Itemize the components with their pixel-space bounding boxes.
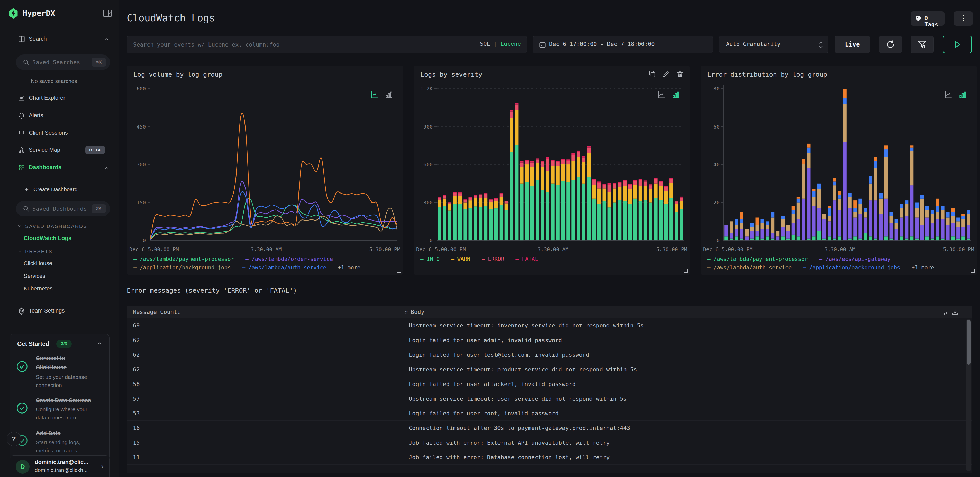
column-drag-icon[interactable]: ⠿ <box>404 309 408 315</box>
chevron-down-icon <box>17 224 22 229</box>
error-distribution-chart[interactable]: 806040200Dec 6 5:00:00 PM3:30:00 AM5:30:… <box>700 76 977 253</box>
sidebar-item-search[interactable]: Search <box>0 33 119 45</box>
user-email: dominic.tran@clickh... <box>35 467 88 473</box>
saved-dashboards-group[interactable]: SAVED DASHBOARDS <box>25 224 87 229</box>
chevron-up-icon[interactable] <box>104 165 110 171</box>
download-icon[interactable] <box>951 308 959 316</box>
sidebar-link-clickhouse[interactable]: ClickHouse <box>24 260 52 267</box>
user-name: dominic.tran@clic... <box>35 459 88 466</box>
body-cell: Login failed for user test@test.com, inv… <box>409 347 589 362</box>
svg-text:600: 600 <box>423 161 433 168</box>
line-chart-toggle-icon[interactable] <box>657 90 666 99</box>
body-cell: Connection timeout after 30s to payment-… <box>409 421 630 436</box>
saved-dashboards-field[interactable] <box>32 201 89 216</box>
sidebar-link-services[interactable]: Services <box>24 273 45 279</box>
panel-menu-button[interactable]: ⋮ <box>954 11 973 26</box>
live-button[interactable]: Live <box>835 36 870 53</box>
chevron-right-icon: › <box>101 462 103 471</box>
saved-dashboards-input[interactable]: ⌘K <box>16 201 110 216</box>
line-chart-toggle-icon[interactable] <box>944 90 953 99</box>
logs-by-severity-chart[interactable]: 1.2K9006003000Dec 6 5:00:00 PM3:30:00 AM… <box>414 76 690 253</box>
wrap-text-icon[interactable] <box>940 308 947 316</box>
gs-item-title[interactable]: Add Data <box>36 430 60 437</box>
chevron-down-icon <box>17 249 22 254</box>
chevron-up-icon[interactable] <box>96 340 103 347</box>
sidebar-item-service-map[interactable]: Service Map BETA <box>0 145 119 156</box>
divider <box>0 177 119 177</box>
create-dashboard-button[interactable]: + Create Dashboard <box>0 184 119 195</box>
lucene-toggle[interactable]: Lucene <box>501 41 521 47</box>
refresh-button[interactable] <box>879 36 902 53</box>
body-cell: Job failed with error: Database connecti… <box>409 450 609 465</box>
event-search-bar[interactable]: SQL | Lucene <box>127 36 527 53</box>
svg-text:60: 60 <box>713 124 719 130</box>
sidebar-item-team-settings[interactable]: Team Settings <box>0 305 119 316</box>
panel-resize-handle[interactable] <box>971 269 975 273</box>
date-range-picker[interactable]: Dec 6 17:00:00 - Dec 7 18:00:00 <box>533 36 713 53</box>
svg-text:40: 40 <box>713 161 719 168</box>
body-cell: Login failed for user root, invalid pass… <box>409 406 558 421</box>
column-header-body[interactable]: ⠿Body <box>404 308 425 315</box>
gs-item-title[interactable]: Connect to <box>36 355 65 362</box>
scrollbar-thumb[interactable] <box>967 320 971 365</box>
log-volume-chart[interactable]: 6004503001500Dec 6 5:00:00 PM3:30:00 AM5… <box>127 76 403 253</box>
saved-searches-field[interactable] <box>32 54 89 70</box>
user-account-card[interactable]: D dominic.tran@clic... dominic.tran@clic… <box>10 455 110 477</box>
no-saved-searches-text: No saved searches <box>31 78 77 84</box>
run-query-button[interactable] <box>943 36 972 53</box>
calendar-icon <box>539 41 546 48</box>
line-chart-toggle-icon[interactable] <box>370 90 379 99</box>
plus-icon: + <box>25 185 29 193</box>
panel-resize-handle[interactable] <box>684 269 688 273</box>
presets-group[interactable]: PRESETS <box>25 249 52 254</box>
table-row[interactable]: 69Upstream service timeout: inventory-se… <box>127 318 972 333</box>
table-row[interactable]: 16Connection timeout after 30s to paymen… <box>127 421 972 436</box>
check-circle-icon <box>16 361 28 372</box>
sidebar-item-dashboards[interactable]: Dashboards <box>0 162 119 173</box>
table-header: Message Count↓ ⠿Body <box>127 306 972 318</box>
table-row[interactable]: 15Job failed with error: External API un… <box>127 436 972 450</box>
svg-text:0: 0 <box>716 237 719 243</box>
panel-resize-handle[interactable] <box>398 269 401 273</box>
table-panel-title: Error messages (severity 'ERROR' or 'FAT… <box>127 287 297 294</box>
table-scrollbar[interactable] <box>966 319 971 471</box>
legend-item: —INFO <box>420 256 440 262</box>
body-cell: Upstream service timeout: user-service d… <box>409 391 627 406</box>
query-language-switch[interactable]: SQL | Lucene <box>480 41 521 47</box>
table-row[interactable]: 11Job failed with error: Database connec… <box>127 450 972 465</box>
table-row[interactable]: 62Login failed for user test@test.com, i… <box>127 347 972 362</box>
granularity-select[interactable]: Auto Granularity <box>719 36 828 53</box>
svg-text:300: 300 <box>423 199 433 206</box>
table-row[interactable]: 57Upstream service timeout: user-service… <box>127 391 972 406</box>
event-search-input[interactable] <box>133 36 436 53</box>
table-row[interactable]: 53Login failed for user root, invalid pa… <box>127 406 972 421</box>
bar-chart-toggle-icon[interactable] <box>671 90 680 99</box>
saved-searches-input[interactable]: ⌘K <box>16 54 110 70</box>
tags-button[interactable]: 0 Tags <box>911 11 945 26</box>
bar-chart-toggle-icon[interactable] <box>385 90 393 99</box>
legend-more-link[interactable]: +1 more <box>912 264 934 270</box>
filter-button[interactable] <box>911 36 934 53</box>
sidebar-item-client-sessions[interactable]: Client Sessions <box>0 127 119 139</box>
table-row[interactable]: 62Login failed for user admin, invalid p… <box>127 333 972 347</box>
gs-item-title[interactable]: ClickHouse <box>36 364 67 371</box>
table-row[interactable]: 62Upstream service timeout: product-serv… <box>127 362 972 377</box>
sidebar-collapse-icon[interactable] <box>102 8 113 19</box>
sidebar-link-kubernetes[interactable]: Kubernetes <box>24 285 53 292</box>
legend-item: —/aws/lambda/payment-processor <box>134 256 234 262</box>
help-button[interactable]: ? <box>7 432 21 446</box>
legend-more-link[interactable]: +1 more <box>338 264 361 270</box>
sql-toggle[interactable]: SQL <box>480 41 490 47</box>
column-header-message-count[interactable]: Message Count↓ <box>133 308 180 315</box>
sidebar-item-alerts[interactable]: Alerts <box>0 110 119 121</box>
sidebar-item-chart-explorer[interactable]: Chart Explorer <box>0 92 119 104</box>
message-count-cell: 58 <box>133 377 140 391</box>
table-row[interactable]: 58Login failed for user attacker1, inval… <box>127 377 972 391</box>
chevron-up-icon[interactable] <box>104 37 110 42</box>
gs-item-title[interactable]: Create Data Sources <box>36 397 91 404</box>
bar-chart-toggle-icon[interactable] <box>958 90 967 99</box>
body-cell: Job failed with error: External API unav… <box>409 436 609 450</box>
legend-item: —/application/background-jobs <box>803 264 900 270</box>
message-count-cell: 16 <box>133 421 140 436</box>
sidebar-link-cloudwatch-logs[interactable]: CloudWatch Logs <box>24 235 72 242</box>
